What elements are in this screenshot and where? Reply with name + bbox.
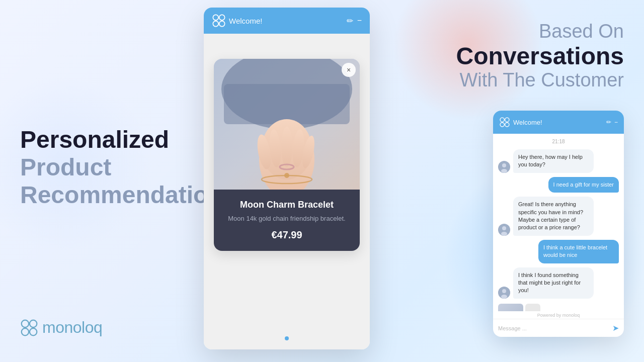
bubble-user-2: I think a cute little bracelet would be … (538, 240, 619, 263)
chat-footer[interactable]: Message ... ➤ (493, 319, 624, 337)
logo-text: monoloq (42, 318, 102, 337)
svg-point-6 (213, 21, 218, 27)
widget-title: Welcome! (229, 17, 262, 25)
product-preview (498, 304, 619, 311)
widget-header-actions[interactable]: ✏ − (347, 16, 362, 26)
svg-point-22 (505, 118, 509, 122)
chat-message-user-2: I think a cute little bracelet would be … (498, 240, 619, 263)
svg-point-2 (22, 328, 29, 335)
phone-widget-large: Welcome! ✏ − × (204, 8, 370, 349)
bot-avatar-3 (498, 287, 510, 299)
svg-point-7 (219, 21, 225, 27)
widget-header: Welcome! ✏ − (204, 8, 370, 34)
chat-body: 21:18 Hey there, how may I help you toda… (493, 134, 624, 311)
nav-dot (285, 336, 289, 340)
svg-point-4 (213, 15, 218, 20)
chat-message-user-1: I need a gift for my sister (498, 177, 619, 193)
svg-point-29 (502, 226, 506, 230)
avatar-icon-1 (498, 161, 510, 173)
conversations-text: Conversations (443, 43, 624, 70)
product-image (214, 59, 360, 190)
svg-point-24 (505, 123, 509, 127)
product-info: Moon Charm Bracelet Moon 14k gold chain … (214, 190, 360, 251)
avatar-icon-3 (498, 287, 510, 299)
svg-point-27 (501, 169, 507, 173)
edit-icon: ✏ (347, 16, 353, 26)
send-icon[interactable]: ➤ (612, 323, 619, 333)
svg-point-32 (502, 289, 506, 293)
svg-point-21 (500, 118, 504, 122)
bubble-bot-1: Hey there, how may I help you today? (513, 149, 594, 173)
logo-icon (20, 319, 38, 337)
chat-logo-icon (499, 117, 510, 128)
bubble-bot-2: Great! Is there anything specific you ha… (513, 197, 594, 236)
svg-point-23 (500, 123, 504, 127)
chat-title: Welcome! (513, 119, 542, 126)
svg-point-26 (502, 163, 506, 167)
chat-input[interactable]: Message ... (498, 325, 527, 331)
avatar-icon-2 (498, 224, 510, 236)
chat-timestamp: 21:18 (498, 139, 619, 144)
product-thumb-1 (498, 304, 523, 311)
product-close-button[interactable]: × (342, 63, 356, 77)
chat-minus-icon: − (614, 119, 618, 126)
title-line2: Product (20, 154, 111, 180)
widget-logo-icon (212, 14, 226, 28)
svg-point-15 (281, 127, 292, 167)
svg-point-1 (30, 320, 37, 327)
widget-header-logo: Welcome! (212, 14, 262, 28)
svg-point-30 (501, 232, 507, 236)
svg-rect-10 (224, 84, 350, 124)
based-on-text: Based On (443, 20, 624, 43)
svg-point-33 (501, 295, 507, 299)
product-name: Moon Charm Bracelet (224, 200, 350, 210)
chat-message-bot-2: Great! Is there anything specific you ha… (498, 197, 619, 236)
with-customer-text: With The Customer (443, 69, 624, 91)
minus-icon: − (357, 16, 362, 25)
chat-header-actions[interactable]: ✏ − (606, 119, 618, 126)
bubble-bot-3: I think I found something that might be … (513, 267, 594, 299)
svg-point-20 (284, 173, 289, 178)
chat-edit-icon: ✏ (606, 119, 611, 126)
product-card: × (214, 59, 360, 251)
product-price: €47.99 (224, 229, 350, 241)
chat-header: Welcome! ✏ − (493, 111, 624, 134)
bubble-user-1: I need a gift for my sister (548, 177, 619, 193)
svg-point-5 (219, 15, 225, 20)
svg-point-3 (30, 328, 37, 335)
left-section: Personalized Product Recommendations (20, 126, 211, 209)
personalized-title: Personalized Product Recommendations (20, 126, 211, 209)
widget-body: × (204, 34, 370, 349)
chat-message-bot-3: I think I found something that might be … (498, 267, 619, 299)
product-thumb-2 (525, 304, 540, 311)
right-section: Based On Conversations With The Customer (443, 20, 624, 91)
bracelet-illustration (214, 59, 360, 190)
chat-header-left: Welcome! (499, 117, 542, 128)
chat-widget-small: Welcome! ✏ − 21:18 Hey there, how may I … (493, 111, 624, 337)
svg-point-0 (22, 320, 29, 327)
title-line1: Personalized (20, 126, 169, 153)
chat-message-bot-1: Hey there, how may I help you today? (498, 149, 619, 173)
chat-powered-by: Powered by monoloq (493, 311, 624, 319)
product-description: Moon 14k gold chain friendship bracelet. (224, 214, 350, 223)
bot-avatar-1 (498, 161, 510, 173)
logo: monoloq (20, 318, 102, 337)
bot-avatar-2 (498, 224, 510, 236)
